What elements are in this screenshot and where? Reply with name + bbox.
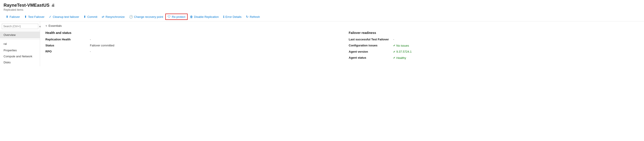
essentials-grid: Health and status Replication Health - S…: [46, 31, 639, 62]
config-issues-row: Configuration issues No issues: [349, 44, 639, 47]
essentials-label: Essentials: [48, 24, 62, 28]
agent-status-row: Agent status Healthy: [349, 56, 639, 60]
sidebar-item-overview[interactable]: Overview: [0, 32, 40, 38]
test-failover-label: Test Failover: [28, 15, 44, 19]
status-value: Failover committed: [90, 44, 114, 47]
toolbar-commit-button[interactable]: ⬆Commit: [81, 14, 100, 20]
sidebar-divider: [0, 39, 40, 40]
cleanup-test-failover-label: Cleanup test failover: [53, 15, 79, 19]
re-protect-label: Re-protect: [172, 15, 185, 19]
refresh-label: Refresh: [250, 15, 260, 19]
last-test-failover-row: Last successful Test Failover -: [349, 38, 639, 41]
failover-icon: ⬆: [6, 15, 8, 19]
replication-health-row: Replication Health -: [46, 38, 335, 41]
replication-health-value: -: [90, 38, 91, 41]
sidebar: « OverviewralPropertiesCompute and Netwo…: [0, 22, 40, 66]
agent-version-value: 9.37.5724.1: [393, 50, 412, 53]
commit-icon: ⬆: [84, 15, 86, 19]
last-test-failover-label: Last successful Test Failover: [349, 38, 393, 41]
config-issues-value: No issues: [393, 44, 409, 47]
sidebar-item-properties[interactable]: Properties: [0, 47, 40, 53]
resynchronize-label: Resynchronize: [106, 15, 124, 19]
last-test-failover-value: -: [393, 38, 394, 41]
cleanup-test-failover-icon: ✓: [49, 15, 52, 19]
failover-readiness-col: Failover readiness Last successful Test …: [349, 31, 639, 62]
replication-health-label: Replication Health: [46, 38, 90, 41]
toolbar-test-failover-button[interactable]: ⬆Test Failover: [22, 14, 47, 20]
essentials-header[interactable]: ∨ Essentials: [46, 24, 639, 28]
toolbar-resynchronize-button[interactable]: ⇄Resynchronize: [100, 14, 127, 20]
commit-label: Commit: [87, 15, 97, 19]
disable-replication-icon: 🗑: [190, 15, 193, 19]
toolbar: ⬆Failover⬆Test Failover✓Cleanup test fai…: [0, 12, 644, 22]
health-status-title: Health and status: [46, 31, 335, 35]
rpo-label: RPO: [46, 50, 90, 53]
rpo-row: RPO -: [46, 50, 335, 53]
page-title: RayneTest-VMEastUS: [4, 3, 50, 8]
failover-readiness-title: Failover readiness: [349, 31, 639, 35]
refresh-icon: ↻: [246, 15, 248, 19]
toolbar-error-details-button[interactable]: ℹError Details: [221, 14, 244, 20]
search-input[interactable]: [2, 24, 38, 29]
main-layout: « OverviewralPropertiesCompute and Netwo…: [0, 22, 644, 66]
page-title-row: RayneTest-VMEastUS 🖨: [4, 3, 640, 8]
toolbar-disable-replication-button[interactable]: 🗑Disable Replication: [188, 14, 221, 20]
re-protect-icon: 🛡: [168, 15, 171, 19]
print-icon[interactable]: 🖨: [51, 3, 55, 7]
agent-version-label: Agent version: [349, 50, 393, 53]
page-header: RayneTest-VMEastUS 🖨 Replicated items: [0, 0, 644, 12]
toolbar-refresh-button[interactable]: ↻Refresh: [244, 14, 262, 20]
status-row: Status Failover committed: [46, 44, 335, 47]
health-status-col: Health and status Replication Health - S…: [46, 31, 335, 62]
resynchronize-icon: ⇄: [102, 15, 104, 19]
toolbar-failover-button[interactable]: ⬆Failover: [4, 14, 22, 20]
toolbar-change-recovery-point-button[interactable]: 🕐Change recovery point: [127, 14, 165, 20]
toolbar-re-protect-button[interactable]: 🛡Re-protect: [165, 14, 188, 20]
agent-status-value: Healthy: [393, 56, 406, 60]
agent-version-row: Agent version 9.37.5724.1: [349, 50, 639, 54]
config-issues-label: Configuration issues: [349, 44, 393, 47]
change-recovery-point-icon: 🕐: [129, 15, 133, 19]
test-failover-icon: ⬆: [24, 15, 27, 19]
sidebar-item-disks[interactable]: Disks: [0, 59, 40, 65]
page-wrapper: RayneTest-VMEastUS 🖨 Replicated items ⬆F…: [0, 0, 644, 141]
toolbar-cleanup-test-failover-button[interactable]: ✓Cleanup test failover: [47, 14, 82, 20]
page-subtitle: Replicated items: [4, 8, 640, 11]
sidebar-nav: OverviewralPropertiesCompute and Network…: [0, 31, 40, 66]
error-details-label: Error Details: [226, 15, 242, 19]
error-details-icon: ℹ: [223, 15, 224, 19]
agent-status-label: Agent status: [349, 56, 393, 59]
disable-replication-label: Disable Replication: [194, 15, 219, 19]
sidebar-search-row: «: [0, 22, 40, 31]
rpo-value: -: [90, 50, 91, 53]
chevron-down-icon: ∨: [46, 24, 47, 27]
sidebar-item-general[interactable]: ral: [0, 40, 40, 47]
change-recovery-point-label: Change recovery point: [134, 15, 163, 19]
content-area: ∨ Essentials Health and status Replicati…: [40, 22, 644, 66]
status-label: Status: [46, 44, 90, 47]
failover-label: Failover: [10, 15, 20, 19]
sidebar-item-compute-network[interactable]: Compute and Network: [0, 53, 40, 59]
